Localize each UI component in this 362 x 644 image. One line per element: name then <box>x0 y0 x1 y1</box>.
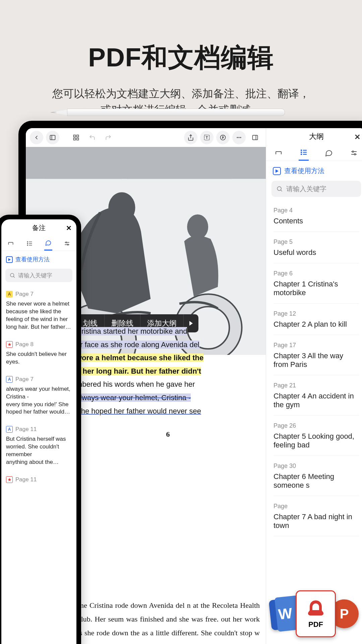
panel-toggle-icon[interactable] <box>46 131 59 144</box>
tab-outline-icon[interactable] <box>299 145 309 161</box>
note-item[interactable]: ★Page 8She couldn't believe her eyes. <box>6 336 72 371</box>
search-icon <box>276 185 283 192</box>
outline-item[interactable]: Page 12Chapter 2 A plan to kill <box>274 304 359 335</box>
outline-panel: 大纲 ✕ 查看使用方法 请输入关键字 Page 4ContentsPage 5U… <box>266 128 362 644</box>
svg-point-40 <box>277 186 281 191</box>
side-tabs <box>266 145 362 161</box>
play-icon <box>273 167 281 175</box>
outline-item[interactable]: Page 6Chapter 1 Cristina's motorbike <box>274 263 359 304</box>
page-number: 6 <box>76 428 260 441</box>
apple-pencil <box>50 108 285 117</box>
svg-marker-55 <box>8 258 11 261</box>
svg-point-33 <box>301 154 302 155</box>
svg-point-38 <box>354 154 356 155</box>
svg-point-11 <box>238 137 239 138</box>
note-item[interactable]: APage 11But Cristina herself was worried… <box>6 421 72 471</box>
back-button[interactable] <box>30 131 43 144</box>
tab-notes-icon[interactable] <box>324 145 334 161</box>
svg-point-12 <box>240 137 241 138</box>
note-item[interactable]: APage 7always wear your helmet, Cristina… <box>6 371 72 421</box>
svg-point-56 <box>10 273 14 277</box>
toolbar: T <box>26 128 266 147</box>
tab-page-icon[interactable] <box>7 236 15 251</box>
svg-rect-2 <box>74 135 76 137</box>
outline-item[interactable]: Page 5Useful words <box>274 232 359 263</box>
hero-title: PDF和文档编辑 <box>0 40 362 75</box>
help-link[interactable]: 查看使用方法 <box>1 251 76 267</box>
help-link[interactable]: 查看使用方法 <box>266 161 362 181</box>
note-item[interactable]: APage 7She never wore a helmet because s… <box>6 285 72 336</box>
tab-page-icon[interactable] <box>274 145 284 161</box>
close-icon[interactable]: ✕ <box>354 133 360 142</box>
outline-list[interactable]: Page 4ContentsPage 5Useful wordsPage 6Ch… <box>266 200 362 644</box>
outline-title: 大纲 <box>309 131 324 142</box>
svg-point-10 <box>237 137 238 138</box>
notes-title: 备注 <box>32 223 46 232</box>
svg-point-23 <box>108 192 135 223</box>
svg-line-41 <box>281 190 282 192</box>
svg-rect-3 <box>77 135 79 137</box>
note-item[interactable]: ★Page 11 <box>6 471 72 490</box>
outline-item[interactable]: Page 21Chapter 4 An accident in the gym <box>274 375 359 416</box>
outline-search[interactable]: 请输入关键字 <box>272 181 361 197</box>
phone-frame: 备注 ✕ 查看使用方法 请输入关键字 APage 7She never wore… <box>0 215 81 644</box>
share-icon[interactable] <box>184 131 197 144</box>
svg-rect-0 <box>50 135 55 140</box>
outline-item[interactable]: Page 4Contents <box>274 200 359 232</box>
svg-marker-39 <box>276 169 279 173</box>
hero: PDF和文档编辑 您可以轻松为文档建立大纲、添加备注、批注、翻译， 或对文档进行… <box>0 0 362 118</box>
svg-point-54 <box>67 244 68 245</box>
undo-icon[interactable] <box>85 131 99 144</box>
svg-point-36 <box>352 151 354 152</box>
search-icon <box>9 272 15 278</box>
svg-point-29 <box>301 150 302 151</box>
outline-item[interactable]: PageChapter 7 A bad night in town <box>274 496 359 536</box>
svg-point-47 <box>27 243 28 244</box>
svg-rect-4 <box>74 138 76 140</box>
redo-icon[interactable] <box>102 131 115 144</box>
tab-settings-icon[interactable] <box>349 145 359 161</box>
grid-icon[interactable] <box>69 131 83 144</box>
document-text[interactable]: Cristina started her motorbike and er fa… <box>76 325 260 441</box>
svg-point-52 <box>66 242 67 243</box>
pen-tool-icon[interactable] <box>216 131 230 144</box>
svg-rect-13 <box>253 135 258 140</box>
svg-point-45 <box>27 241 28 242</box>
hero-sub-1: 您可以轻松为文档建立大纲、添加备注、批注、翻译， <box>52 88 310 100</box>
tab-settings-icon[interactable] <box>63 236 71 251</box>
svg-line-57 <box>13 276 14 277</box>
text-tool-icon[interactable]: T <box>200 131 214 144</box>
outline-item[interactable]: Page 26Chapter 5 Looking good, feeling b… <box>274 416 359 456</box>
play-icon <box>6 256 13 263</box>
svg-point-49 <box>27 245 28 246</box>
file-type-icons: W PDF P <box>270 590 359 637</box>
notes-search[interactable]: 请输入关键字 <box>5 269 72 282</box>
tab-outline-icon[interactable] <box>25 236 34 251</box>
svg-text:T: T <box>205 135 208 140</box>
right-panel-icon[interactable] <box>248 131 262 144</box>
svg-point-31 <box>301 152 302 153</box>
tab-notes-icon[interactable] <box>44 236 52 251</box>
notes-list[interactable]: APage 7She never wore a helmet because s… <box>1 285 76 490</box>
outline-item[interactable]: Page 30Chapter 6 Meeting someone s <box>274 456 359 496</box>
svg-point-24 <box>187 214 208 239</box>
pdf-icon: PDF <box>296 590 336 637</box>
close-icon[interactable]: ✕ <box>66 224 72 232</box>
outline-item[interactable]: Page 17Chapter 3 All the way from Paris <box>274 335 359 375</box>
document-text-2[interactable]: ime Cristina rode down Avenida del n at … <box>76 599 260 644</box>
more-icon[interactable] <box>232 131 246 144</box>
svg-rect-5 <box>77 138 79 140</box>
